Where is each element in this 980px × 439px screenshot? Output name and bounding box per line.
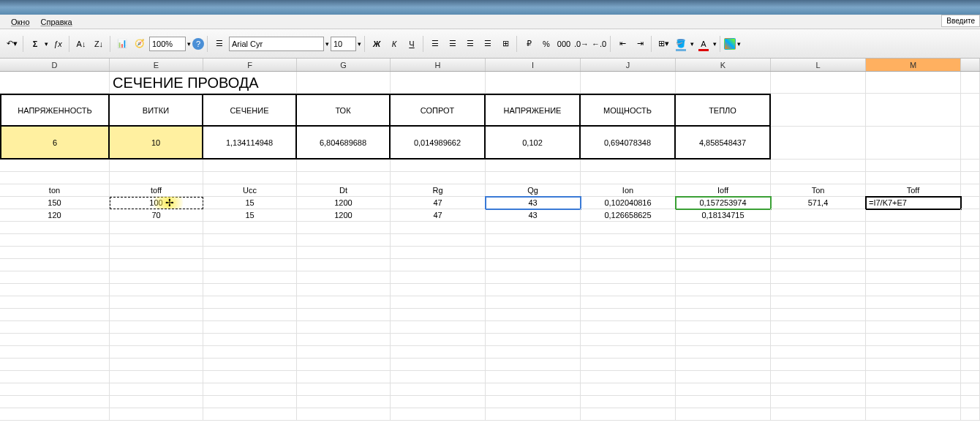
cell[interactable] bbox=[581, 408, 676, 421]
cell[interactable] bbox=[0, 408, 110, 421]
cell[interactable] bbox=[961, 94, 980, 127]
cell[interactable] bbox=[581, 247, 676, 259]
cell[interactable] bbox=[297, 346, 391, 359]
cell[interactable] bbox=[866, 359, 961, 371]
param-value[interactable]: 15 bbox=[203, 197, 297, 209]
cell[interactable] bbox=[0, 383, 110, 396]
cell[interactable] bbox=[110, 359, 203, 371]
cell[interactable] bbox=[203, 284, 297, 296]
cell[interactable] bbox=[203, 359, 297, 371]
cell[interactable] bbox=[391, 172, 486, 184]
cell[interactable] bbox=[391, 408, 486, 421]
box-header[interactable]: ТОК bbox=[297, 94, 391, 127]
cell[interactable] bbox=[866, 259, 961, 271]
cell[interactable] bbox=[581, 383, 676, 396]
cell[interactable] bbox=[961, 234, 980, 247]
cell[interactable] bbox=[203, 309, 297, 321]
cell[interactable] bbox=[771, 359, 866, 371]
cell[interactable] bbox=[771, 172, 866, 184]
cell[interactable] bbox=[110, 346, 203, 359]
param-value[interactable]: 0,126658625 bbox=[581, 209, 676, 222]
cell[interactable] bbox=[0, 160, 110, 172]
cell[interactable] bbox=[961, 259, 980, 271]
cell[interactable] bbox=[391, 222, 486, 234]
italic-icon[interactable]: К bbox=[386, 36, 402, 52]
sort-desc-icon[interactable]: Z↓ bbox=[91, 36, 107, 52]
cell[interactable] bbox=[961, 160, 980, 172]
cell[interactable] bbox=[203, 296, 297, 309]
cell[interactable] bbox=[961, 346, 980, 359]
cell[interactable] bbox=[203, 234, 297, 247]
param-value[interactable]: 47 bbox=[391, 209, 486, 222]
cell[interactable] bbox=[110, 371, 203, 383]
cell[interactable] bbox=[676, 259, 771, 271]
font-color-icon[interactable]: A bbox=[696, 36, 712, 52]
cell[interactable] bbox=[866, 72, 961, 94]
cell[interactable] bbox=[961, 209, 980, 222]
cell[interactable] bbox=[391, 334, 486, 346]
cell[interactable] bbox=[676, 222, 771, 234]
cell[interactable] bbox=[581, 334, 676, 346]
cell[interactable] bbox=[297, 160, 391, 172]
cell[interactable] bbox=[110, 296, 203, 309]
box-value[interactable]: 4,858548437 bbox=[676, 127, 771, 160]
cell[interactable] bbox=[391, 309, 486, 321]
cell[interactable] bbox=[297, 271, 391, 284]
cell[interactable] bbox=[110, 284, 203, 296]
box-header[interactable]: СЕЧЕНИЕ bbox=[203, 94, 297, 127]
param-header[interactable]: Ton bbox=[771, 184, 866, 197]
cell[interactable] bbox=[961, 184, 980, 197]
cell[interactable] bbox=[297, 72, 391, 94]
cell[interactable] bbox=[866, 346, 961, 359]
cell[interactable] bbox=[486, 359, 581, 371]
cell[interactable] bbox=[581, 321, 676, 334]
fontsize-combo[interactable] bbox=[331, 37, 356, 51]
cell[interactable] bbox=[581, 284, 676, 296]
param-value[interactable] bbox=[866, 209, 961, 222]
help-icon[interactable]: ? bbox=[192, 38, 204, 50]
cell[interactable] bbox=[486, 172, 581, 184]
cell[interactable] bbox=[676, 408, 771, 421]
cell[interactable] bbox=[391, 383, 486, 396]
merge-icon[interactable]: ⊞ bbox=[497, 36, 513, 52]
cell[interactable] bbox=[486, 383, 581, 396]
cell[interactable] bbox=[110, 334, 203, 346]
cell[interactable] bbox=[486, 321, 581, 334]
cell[interactable] bbox=[961, 247, 980, 259]
cell[interactable] bbox=[110, 408, 203, 421]
param-value[interactable]: 15 bbox=[203, 209, 297, 222]
cell[interactable] bbox=[866, 383, 961, 396]
cell[interactable] bbox=[391, 396, 486, 408]
cell[interactable] bbox=[203, 371, 297, 383]
cell[interactable] bbox=[203, 247, 297, 259]
active-formula-cell[interactable]: =I7/K7+E7 bbox=[866, 197, 961, 209]
cell[interactable] bbox=[771, 222, 866, 234]
cell[interactable] bbox=[203, 72, 297, 94]
cell[interactable] bbox=[297, 222, 391, 234]
cell[interactable] bbox=[676, 334, 771, 346]
menu-help[interactable]: Справка bbox=[41, 18, 72, 26]
cell[interactable] bbox=[581, 296, 676, 309]
sort-asc-icon[interactable]: A↓ bbox=[73, 36, 89, 52]
cell[interactable] bbox=[961, 197, 980, 209]
cell[interactable] bbox=[581, 359, 676, 371]
cell[interactable] bbox=[961, 271, 980, 284]
box-header[interactable]: НАПРЯЖЕННОСТЬ bbox=[0, 94, 110, 127]
box-value[interactable]: 0,694078348 bbox=[581, 127, 676, 160]
cell[interactable] bbox=[771, 284, 866, 296]
box-value[interactable]: 1,134114948 bbox=[203, 127, 297, 160]
cell[interactable] bbox=[676, 321, 771, 334]
cell[interactable] bbox=[391, 296, 486, 309]
search-help-input[interactable]: Введите bbox=[941, 15, 980, 27]
dropdown-icon[interactable]: ▾ bbox=[325, 40, 329, 48]
cell[interactable] bbox=[110, 247, 203, 259]
cell[interactable] bbox=[771, 127, 866, 160]
cell[interactable] bbox=[486, 396, 581, 408]
param-value[interactable]: 47 bbox=[391, 197, 486, 209]
cell[interactable] bbox=[110, 172, 203, 184]
col-header-M[interactable]: M bbox=[866, 59, 961, 71]
box-header[interactable]: МОЩНОСТЬ bbox=[581, 94, 676, 127]
cell[interactable] bbox=[581, 172, 676, 184]
cell[interactable] bbox=[581, 396, 676, 408]
cell[interactable] bbox=[486, 72, 581, 94]
